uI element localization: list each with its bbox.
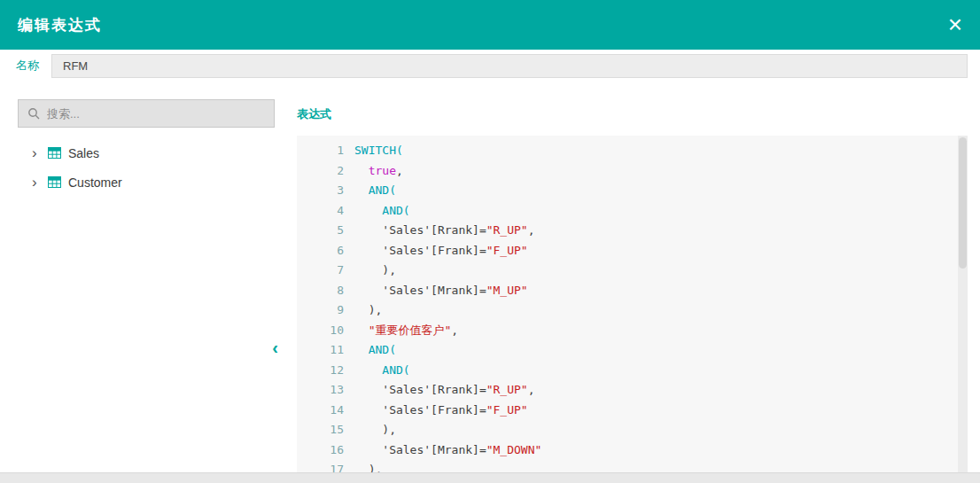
code-text: ),	[354, 460, 382, 472]
code-line: 1SWITCH(	[297, 141, 968, 161]
search-box[interactable]	[18, 99, 275, 128]
code-text: "重要价值客户",	[354, 321, 458, 341]
code-text: 'Sales'[Rrank]="R_UP",	[354, 380, 535, 401]
line-number: 5	[297, 221, 354, 241]
code-line: 10 "重要价值客户",	[297, 321, 968, 341]
code-line: 3 AND(	[297, 181, 968, 201]
main-content: ›Sales›Customer ‹ 表达式 1SWITCH(2 true,3 A…	[0, 82, 980, 472]
expression-label: 表达式	[297, 106, 968, 122]
table-icon	[48, 147, 61, 159]
code-text: 'Sales'[Mrank]="M_DOWN"	[354, 440, 541, 461]
code-text: ),	[354, 261, 396, 281]
line-number: 17	[297, 460, 354, 472]
code-line: 5 'Sales'[Rrank]="R_UP",	[297, 221, 968, 241]
tree-item-customer[interactable]: ›Customer	[18, 167, 275, 197]
close-icon[interactable]: ×	[948, 12, 962, 37]
field-tree-panel: ›Sales›Customer ‹	[0, 82, 285, 472]
code-line: 6 'Sales'[Frank]="F_UP"	[297, 241, 968, 261]
code-text: ),	[354, 300, 382, 321]
code-line: 11 AND(	[297, 340, 968, 361]
line-number: 11	[297, 340, 354, 361]
code-line: 16 'Sales'[Mrank]="M_DOWN"	[297, 440, 968, 461]
scrollbar-thumb[interactable]	[959, 137, 967, 269]
tree-item-label: Sales	[68, 146, 99, 160]
code-line: 8 'Sales'[Mrank]="M_UP"	[297, 281, 968, 301]
code-text: 'Sales'[Rrank]="R_UP",	[354, 221, 535, 241]
name-label: 名称	[16, 58, 39, 74]
search-icon	[27, 107, 40, 120]
line-number: 9	[297, 300, 354, 321]
code-text: true,	[354, 161, 403, 182]
code-text: 'Sales'[Frank]="F_UP"	[354, 241, 528, 261]
line-number: 3	[297, 181, 354, 201]
code-text: AND(	[354, 201, 410, 222]
expression-panel: 表达式 1SWITCH(2 true,3 AND(4 AND(5 'Sales'…	[285, 82, 980, 472]
line-number: 13	[297, 380, 354, 401]
code-text: SWITCH(	[354, 141, 403, 161]
line-number: 16	[297, 440, 354, 461]
search-input[interactable]	[47, 107, 265, 121]
code-line: 14 'Sales'[Frank]="F_UP"	[297, 401, 968, 421]
line-number: 2	[297, 161, 354, 182]
tree: ›Sales›Customer	[18, 138, 275, 197]
line-number: 14	[297, 401, 354, 421]
code-line: 7 ),	[297, 261, 968, 281]
dialog-header: 编辑表达式 ×	[0, 0, 980, 50]
dialog-title: 编辑表达式	[18, 15, 102, 35]
editor-scrollbar[interactable]	[958, 136, 968, 472]
name-row: 名称	[0, 50, 980, 82]
code-line: 2 true,	[297, 161, 968, 182]
tree-item-label: Customer	[68, 175, 122, 190]
dialog-footer	[0, 472, 980, 483]
code-lines: 1SWITCH(2 true,3 AND(4 AND(5 'Sales'[Rra…	[297, 136, 968, 472]
code-line: 4 AND(	[297, 201, 968, 222]
code-text: 'Sales'[Mrank]="M_UP"	[354, 281, 528, 301]
line-number: 12	[297, 361, 354, 381]
edit-expression-dialog: 编辑表达式 × 名称 ›Sales›Customer ‹ 表达式 1SWITCH…	[0, 0, 980, 483]
line-number: 10	[297, 321, 354, 341]
name-input[interactable]	[51, 54, 968, 78]
table-icon	[48, 176, 61, 188]
line-number: 1	[297, 141, 354, 161]
expression-editor[interactable]: 1SWITCH(2 true,3 AND(4 AND(5 'Sales'[Rra…	[297, 136, 968, 472]
line-number: 6	[297, 241, 354, 261]
code-line: 13 'Sales'[Rrank]="R_UP",	[297, 380, 968, 401]
code-text: ),	[354, 420, 396, 440]
code-line: 15 ),	[297, 420, 968, 440]
line-number: 15	[297, 420, 354, 440]
code-line: 9 ),	[297, 300, 968, 321]
tree-item-sales[interactable]: ›Sales	[18, 138, 275, 167]
code-text: AND(	[354, 181, 396, 201]
code-text: AND(	[354, 361, 410, 381]
chevron-right-icon[interactable]: ›	[32, 175, 48, 190]
line-number: 4	[297, 201, 354, 222]
code-text: AND(	[354, 340, 396, 361]
collapse-panel-icon[interactable]: ‹	[272, 339, 278, 356]
code-text: 'Sales'[Frank]="F_UP"	[354, 401, 528, 421]
line-number: 7	[297, 261, 354, 281]
chevron-right-icon[interactable]: ›	[32, 145, 48, 160]
line-number: 8	[297, 281, 354, 301]
code-line: 17 ),	[297, 460, 968, 472]
code-line: 12 AND(	[297, 361, 968, 381]
